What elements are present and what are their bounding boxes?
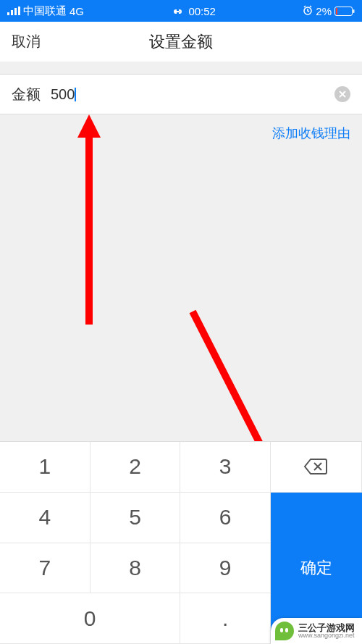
key-7[interactable]: 7	[0, 543, 90, 594]
svg-rect-5	[335, 7, 353, 15]
carrier-text: 中国联通	[23, 4, 67, 18]
watermark-text: 三公子游戏网 www.sangongzi.net	[298, 623, 355, 639]
amount-label: 金额	[12, 85, 41, 104]
watermark-logo-icon	[275, 622, 294, 640]
svg-rect-0	[7, 12, 9, 15]
link-icon	[171, 5, 184, 17]
backspace-icon	[303, 458, 328, 475]
header: 取消 设置金额	[0, 22, 362, 62]
key-backspace[interactable]	[271, 442, 362, 493]
key-4[interactable]: 4	[0, 493, 90, 543]
key-9[interactable]: 9	[180, 543, 271, 594]
svg-rect-3	[18, 7, 20, 15]
key-0[interactable]: 0	[0, 593, 180, 644]
battery-percent: 2%	[316, 5, 332, 17]
key-2[interactable]: 2	[90, 442, 181, 493]
amount-input-row[interactable]: 金额 500	[0, 74, 362, 114]
status-bar: 中国联通 4G 00:52 2%	[0, 0, 362, 22]
numeric-keypad: 1 2 3 4 5 6 确定 7 8 9 0 .	[0, 441, 362, 644]
key-5[interactable]: 5	[90, 493, 181, 543]
clear-button[interactable]	[334, 86, 350, 102]
alarm-icon	[303, 5, 313, 17]
key-1[interactable]: 1	[0, 442, 90, 493]
page-title: 设置金额	[12, 31, 350, 53]
svg-rect-7	[353, 9, 355, 13]
network-text: 4G	[70, 5, 84, 17]
status-center: 00:52	[84, 5, 303, 17]
svg-rect-1	[11, 10, 13, 15]
amount-value: 500	[51, 86, 75, 103]
status-left: 中国联通 4G	[7, 4, 84, 18]
signal-icon	[7, 7, 20, 15]
close-icon	[339, 91, 346, 98]
svg-rect-2	[14, 8, 17, 15]
key-8[interactable]: 8	[90, 543, 181, 594]
add-reason-link[interactable]: 添加收钱理由	[0, 114, 362, 152]
status-right: 2%	[303, 5, 355, 17]
key-6[interactable]: 6	[180, 493, 271, 543]
key-3[interactable]: 3	[180, 442, 271, 493]
battery-icon	[334, 7, 355, 16]
watermark-url: www.sangongzi.net	[298, 632, 355, 639]
time-text: 00:52	[188, 5, 216, 17]
watermark: 三公子游戏网 www.sangongzi.net	[271, 618, 362, 644]
svg-rect-6	[336, 8, 337, 14]
key-dot[interactable]: .	[180, 593, 271, 644]
